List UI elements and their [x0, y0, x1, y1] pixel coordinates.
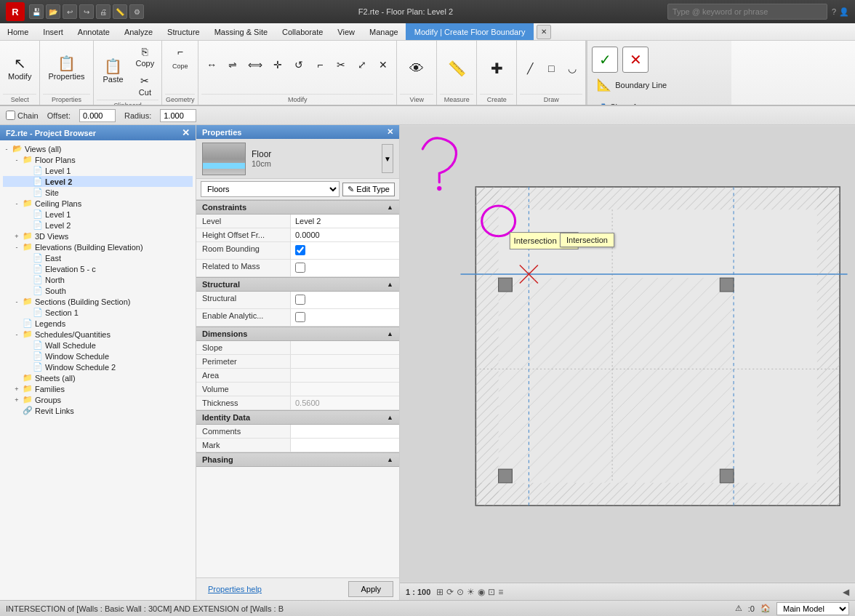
room-bounding-val[interactable] [291, 242, 399, 259]
tree-item-ceiling-l1[interactable]: 📄 Level 1 [3, 209, 193, 220]
preview-scroll-btn[interactable]: ▼ [382, 144, 393, 173]
model-dropdown[interactable]: Main Model [776, 602, 849, 615]
slope-arrow-button[interactable]: ↗ Slope Arrow [592, 97, 727, 106]
ribbon-cut-btn[interactable]: ✂ Cut [132, 72, 159, 100]
tree-item-level1[interactable]: 📄 Level 1 [3, 165, 193, 176]
chain-checkbox-label[interactable]: Chain [6, 111, 39, 120]
menu-home[interactable]: Home [0, 23, 36, 40]
tree-item-section1[interactable]: 📄 Section 1 [3, 307, 193, 318]
tree-item-floor-plans[interactable]: - 📁 Floor Plans [3, 154, 193, 165]
canvas-crop-icon[interactable]: ⊡ [488, 587, 495, 597]
project-browser-close[interactable]: ✕ [182, 127, 190, 138]
room-bounding-checkbox[interactable] [295, 245, 305, 255]
scroll-bar-icon[interactable]: ◀ [843, 587, 849, 597]
tree-item-south[interactable]: 📄 South [3, 285, 193, 296]
tree-item-site[interactable]: 📄 Site [3, 187, 193, 198]
ribbon-cope-btn[interactable]: ⌐ Level [167, 43, 193, 60]
tree-item-groups[interactable]: + 📁 Groups [3, 394, 193, 405]
menu-collaborate[interactable]: Collaborate [275, 23, 330, 40]
menu-massing[interactable]: Massing & Site [207, 23, 275, 40]
ribbon-scale-btn[interactable]: ⤢ [352, 56, 372, 73]
open-button[interactable]: 📂 [46, 4, 60, 19]
cancel-button[interactable]: ✕ [622, 47, 649, 73]
section-dimensions[interactable]: Dimensions ▲ [196, 327, 399, 341]
tree-item-elev5[interactable]: 📄 Elevation 5 - c [3, 263, 193, 274]
structural-val[interactable] [291, 292, 399, 308]
canvas-drawing[interactable]: Intersection [400, 125, 855, 583]
tree-item-revit-links[interactable]: 🔗 Revit Links [3, 405, 193, 416]
canvas-grid-icon[interactable]: ⊞ [436, 587, 443, 597]
undo-button[interactable]: ↩ [63, 4, 77, 19]
search-input[interactable] [667, 4, 827, 20]
radius-input[interactable] [160, 109, 196, 122]
ribbon-delete-btn[interactable]: ✕ [373, 56, 393, 73]
tree-item-sections[interactable]: - 📁 Sections (Building Section) [3, 296, 193, 307]
tree-item-views-all[interactable]: - 📂 Views (all) [3, 143, 193, 154]
user-icon[interactable]: 👤 [839, 7, 849, 17]
ribbon-line-btn[interactable]: ╱ [520, 60, 540, 77]
tree-item-ceiling-l2[interactable]: 📄 Level 2 [3, 220, 193, 231]
ribbon-align-btn[interactable]: ↔ [201, 56, 222, 73]
menu-analyze[interactable]: Analyze [117, 23, 160, 40]
section-constraints[interactable]: Constraints ▲ [196, 200, 399, 215]
enable-analytic-val[interactable] [291, 309, 399, 326]
mark-val[interactable] [291, 439, 399, 452]
print-button[interactable]: 🖨 [96, 4, 111, 19]
ribbon-properties-btn[interactable]: 📋 Properties [43, 52, 89, 84]
section-structural[interactable]: Structural ▲ [196, 277, 399, 292]
comments-val[interactable] [291, 425, 399, 438]
canvas-area[interactable]: Intersection Intersection 1 : 100 ⊞ ⟳ ⊙ … [400, 125, 855, 600]
section-phasing[interactable]: Phasing ▲ [196, 452, 399, 467]
height-offset-val[interactable]: 0.0000 [291, 228, 399, 241]
canvas-render-icon[interactable]: ◉ [478, 587, 485, 597]
tree-item-window-schedule[interactable]: 📄 Window Schedule [3, 351, 193, 361]
measure-button[interactable]: 📏 [113, 4, 127, 19]
context-close-button[interactable]: ✕ [537, 25, 551, 39]
tree-item-3d-views[interactable]: + 📁 3D Views [3, 231, 193, 241]
tree-item-elevations[interactable]: - 📁 Elevations (Building Elevation) [3, 241, 193, 252]
offset-input[interactable] [79, 109, 116, 122]
tree-item-level2[interactable]: 📄 Level 2 [3, 176, 193, 187]
ribbon-modify-btn[interactable]: ↖ Modify [3, 52, 36, 84]
menu-modify-active[interactable]: Modify | Create Floor Boundary [406, 23, 534, 40]
level-val[interactable]: Level 2 [291, 215, 399, 228]
properties-help-link[interactable]: Properties help [202, 582, 268, 596]
tree-item-north[interactable]: 📄 North [3, 274, 193, 285]
edit-type-button[interactable]: ✎ Edit Type [342, 183, 395, 196]
enable-analytic-checkbox[interactable] [295, 312, 305, 322]
canvas-section-icon[interactable]: ⊙ [457, 587, 464, 597]
ribbon-rotate-btn[interactable]: ↺ [289, 56, 309, 73]
tree-item-legends[interactable]: 📄 Legends [3, 318, 193, 329]
canvas-rotate-icon[interactable]: ⟳ [446, 587, 454, 597]
canvas-sun-icon[interactable]: ☀ [467, 587, 475, 597]
menu-insert[interactable]: Insert [36, 23, 71, 40]
help-icon[interactable]: ? [832, 7, 836, 16]
ribbon-split-btn[interactable]: ✂ [331, 56, 351, 73]
related-mass-checkbox[interactable] [295, 263, 305, 273]
canvas-thin-lines-icon[interactable]: ≡ [498, 587, 503, 597]
tree-item-east[interactable]: 📄 East [3, 252, 193, 263]
menu-annotate[interactable]: Annotate [71, 23, 117, 40]
tree-item-schedules[interactable]: - 📁 Schedules/Quantities [3, 329, 193, 340]
redo-button[interactable]: ↪ [79, 4, 94, 19]
tree-item-families[interactable]: + 📁 Families [3, 383, 193, 394]
structural-checkbox[interactable] [295, 295, 305, 305]
save-button[interactable]: 💾 [29, 4, 44, 19]
ribbon-move-btn[interactable]: ✛ [268, 56, 288, 73]
tree-item-wall-schedule[interactable]: 📄 Wall Schedule [3, 340, 193, 351]
ribbon-measure-btn[interactable]: 📏 [440, 57, 473, 79]
ribbon-view-btn[interactable]: 👁 [400, 57, 433, 79]
finish-button[interactable]: ✓ [592, 47, 618, 73]
related-mass-val[interactable] [291, 260, 399, 276]
ribbon-rect-btn[interactable]: □ [541, 60, 561, 77]
ribbon-offset-btn[interactable]: ⇌ [222, 56, 243, 73]
menu-view[interactable]: View [330, 23, 362, 40]
ribbon-arc-btn[interactable]: ◡ [562, 60, 582, 77]
ribbon-copy-btn[interactable]: ⎘ Copy [132, 43, 159, 71]
menu-manage[interactable]: Manage [362, 23, 406, 40]
tree-item-ceiling-plans[interactable]: - 📁 Ceiling Plans [3, 198, 193, 209]
ribbon-create-btn[interactable]: ✚ [480, 57, 513, 79]
tree-item-sheets[interactable]: 📁 Sheets (all) [3, 372, 193, 383]
menu-structure[interactable]: Structure [160, 23, 207, 40]
boundary-line-button[interactable]: 📐 Boundary Line [592, 75, 727, 95]
